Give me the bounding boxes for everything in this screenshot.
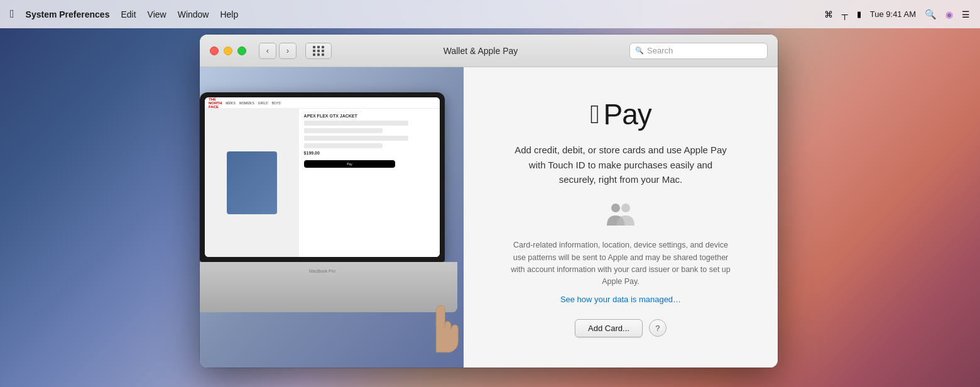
bottom-buttons: Add Card... ? [575, 319, 667, 337]
laptop-screen: THENORTHFACE MEN'S WOMEN'S GIRLS' BOYS' [200, 92, 445, 262]
grid-view-button[interactable] [305, 43, 332, 59]
privacy-icon [604, 202, 637, 229]
checkout-field-1 [304, 121, 409, 126]
nav-men: MEN'S [226, 101, 235, 105]
right-panel:  Pay Add credit, debit, or store cards … [464, 67, 778, 368]
back-button[interactable]: ‹ [259, 43, 276, 59]
forward-button[interactable]: › [279, 43, 297, 59]
help-menu[interactable]: Help [220, 9, 238, 19]
people-icon-svg [604, 202, 637, 227]
svg-point-0 [611, 204, 620, 212]
maximize-button[interactable] [237, 46, 246, 55]
window-title: Wallet & Apple Pay [338, 46, 623, 56]
price-label: $199.00 [304, 151, 435, 155]
website-nav: MEN'S WOMEN'S GIRLS' BOYS' [226, 101, 281, 105]
apple-pay-logo:  Pay [590, 97, 651, 131]
view-menu[interactable]: View [148, 9, 166, 19]
search-menubar-icon[interactable]: 🔍 [925, 9, 937, 20]
add-card-button[interactable]: Add Card... [575, 319, 643, 337]
hand-pointing-icon [420, 297, 464, 353]
website-header: THENORTHFACE MEN'S WOMEN'S GIRLS' BOYS' [205, 97, 440, 109]
menubar:  System Preferences Edit View Window He… [0, 0, 980, 28]
clock-label: Tue 9:41 AM [870, 9, 916, 19]
search-placeholder: Search [647, 46, 673, 55]
product-image-area [205, 109, 299, 257]
window-controls [210, 46, 246, 55]
search-bar[interactable]: 🔍 Search [629, 43, 768, 59]
checkout-field-2 [304, 128, 383, 133]
apple-menu-icon[interactable]:  [10, 8, 14, 21]
nav-boys: BOYS' [272, 101, 281, 105]
laptop-mockup: THENORTHFACE MEN'S WOMEN'S GIRLS' BOYS' [200, 74, 464, 368]
main-description: Add credit, debit, or store cards and us… [514, 143, 727, 187]
help-button[interactable]: ? [649, 319, 667, 337]
wifi-icon: ┬ [842, 9, 848, 19]
nav-buttons: ‹ › [259, 43, 297, 59]
system-preferences-window: ‹ › Wallet & Apple Pay 🔍 Search [200, 35, 778, 368]
website-body: APEX FLEX GTX JACKET $199.00 Pay [205, 109, 440, 257]
nav-girls: GIRLS' [258, 101, 268, 105]
laptop-display: THENORTHFACE MEN'S WOMEN'S GIRLS' BOYS' [205, 97, 440, 257]
checkout-field-4 [304, 143, 383, 148]
content-area: THENORTHFACE MEN'S WOMEN'S GIRLS' BOYS' [200, 67, 778, 368]
siri-icon[interactable]: ◉ [945, 9, 953, 19]
checkout-field-3 [304, 136, 409, 141]
menubar-left:  System Preferences Edit View Window He… [10, 8, 824, 21]
website-sim: THENORTHFACE MEN'S WOMEN'S GIRLS' BOYS' [205, 97, 440, 257]
svg-point-1 [621, 204, 630, 212]
desktop:  System Preferences Edit View Window He… [0, 0, 980, 387]
minimize-button[interactable] [224, 46, 232, 55]
product-title: APEX FLEX GTX JACKET [304, 114, 435, 118]
forward-icon: › [286, 46, 289, 55]
app-name-label[interactable]: System Preferences [26, 9, 110, 19]
checkout-panel: APEX FLEX GTX JACKET $199.00 Pay [299, 109, 440, 257]
apple-icon-large:  [590, 101, 599, 128]
data-management-link[interactable]: See how your data is managed… [560, 295, 681, 304]
product-image [227, 151, 277, 214]
privacy-description: Card-related information, location, devi… [508, 239, 734, 288]
apple-pay-button-sim: Pay [304, 160, 396, 168]
left-panel: THENORTHFACE MEN'S WOMEN'S GIRLS' BOYS' [200, 67, 464, 368]
search-icon: 🔍 [635, 46, 644, 55]
wifi-icon: ⌘ [824, 9, 833, 19]
close-button[interactable] [210, 46, 219, 55]
pay-text-label: Pay [604, 97, 651, 131]
edit-menu[interactable]: Edit [121, 9, 136, 19]
back-icon: ‹ [266, 46, 269, 55]
nav-women: WOMEN'S [239, 101, 254, 105]
battery-icon: ▮ [857, 9, 861, 19]
window-menu[interactable]: Window [178, 9, 209, 19]
macbook-pro-label: MacBook Pro [309, 269, 335, 273]
menubar-right: ⌘ ┬ ▮ Tue 9:41 AM 🔍 ◉ ☰ [824, 9, 970, 20]
brand-logo: THENORTHFACE [209, 97, 222, 109]
grid-icon [313, 46, 325, 56]
titlebar: ‹ › Wallet & Apple Pay 🔍 Search [200, 35, 778, 67]
apple-pay-label: Pay [347, 162, 352, 166]
laptop-base: MacBook Pro [200, 262, 457, 312]
notification-icon[interactable]: ☰ [962, 9, 970, 19]
